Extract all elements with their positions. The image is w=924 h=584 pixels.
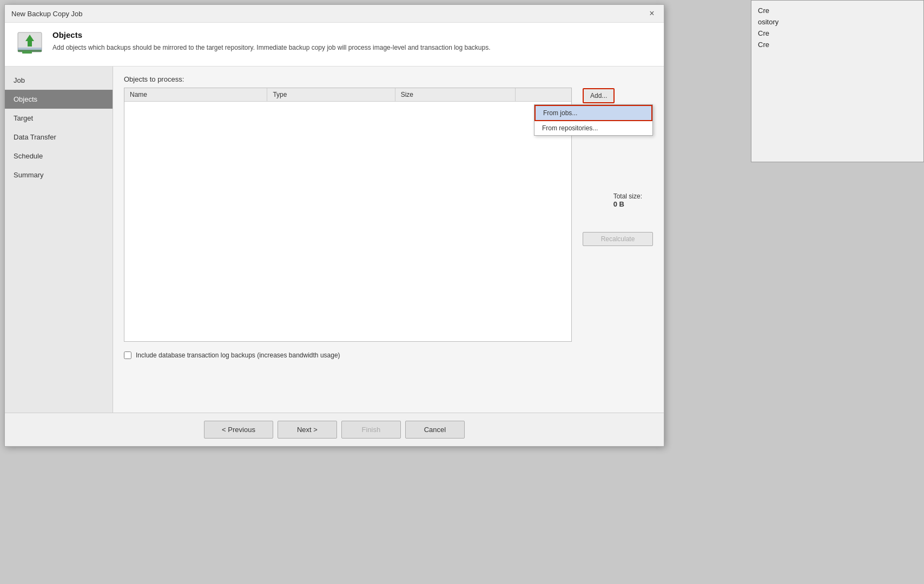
header-description: Add objects which backups should be mirr…	[52, 43, 491, 52]
next-button[interactable]: Next >	[278, 421, 337, 439]
total-size-area: Total size: 0 B	[613, 193, 642, 208]
include-logs-label: Include database transaction log backups…	[136, 351, 340, 359]
dialog: New Backup Copy Job × Objects Add object…	[4, 4, 664, 447]
bg-item-3: Cre	[758, 28, 917, 39]
right-buttons-panel: Add... From jobs... From repositories...…	[583, 88, 653, 246]
cancel-button[interactable]: Cancel	[405, 421, 465, 439]
header-icon	[16, 30, 44, 58]
col-header-type: Type	[267, 88, 395, 102]
backup-icon	[16, 30, 44, 58]
bg-item-2: ository	[758, 16, 917, 28]
finish-button[interactable]: Finish	[341, 421, 401, 439]
sidebar-item-data-transfer[interactable]: Data Transfer	[5, 128, 113, 147]
sidebar-item-summary[interactable]: Summary	[5, 165, 113, 184]
col-header-size: Size	[395, 88, 516, 102]
header-text: Objects Add objects which backups should…	[52, 30, 491, 52]
sidebar: Job Objects Target Data Transfer Schedul…	[5, 67, 113, 413]
content-area: Objects to process: Name Type Size	[113, 67, 664, 413]
background-window: Cre ository Cre Cre	[751, 0, 924, 162]
total-size-label: Total size:	[613, 193, 642, 200]
add-dropdown-menu: From jobs... From repositories...	[534, 104, 653, 136]
sidebar-item-job[interactable]: Job	[5, 71, 113, 90]
titlebar: New Backup Copy Job ×	[5, 5, 664, 23]
objects-table: Name Type Size	[124, 88, 571, 102]
bg-item-4: Cre	[758, 39, 917, 50]
add-button-container: Add... From jobs... From repositories...	[583, 88, 653, 103]
total-size-value: 0 B	[613, 200, 642, 208]
section-title: Objects to process:	[124, 75, 653, 83]
col-header-name: Name	[124, 88, 267, 102]
close-button[interactable]: ×	[646, 8, 657, 19]
dialog-title: New Backup Copy Job	[11, 10, 83, 18]
svg-rect-4	[22, 51, 32, 54]
sidebar-item-target[interactable]: Target	[5, 109, 113, 128]
dialog-header: Objects Add objects which backups should…	[5, 23, 664, 67]
recalculate-button[interactable]: Recalculate	[583, 232, 653, 246]
objects-table-container: Name Type Size	[124, 88, 572, 342]
dropdown-item-from-jobs[interactable]: From jobs...	[534, 105, 652, 121]
dialog-footer: < Previous Next > Finish Cancel	[5, 413, 664, 446]
add-button[interactable]: Add...	[583, 88, 615, 103]
checkbox-area: Include database transaction log backups…	[124, 347, 572, 363]
col-header-extra	[516, 88, 571, 102]
sidebar-item-objects[interactable]: Objects	[5, 90, 113, 109]
sidebar-item-schedule[interactable]: Schedule	[5, 147, 113, 165]
dialog-body: Job Objects Target Data Transfer Schedul…	[5, 67, 664, 413]
header-title: Objects	[52, 30, 491, 39]
previous-button[interactable]: < Previous	[204, 421, 273, 439]
bg-item-1: Cre	[758, 5, 917, 16]
include-logs-checkbox[interactable]	[124, 351, 131, 359]
dropdown-item-from-repositories[interactable]: From repositories...	[534, 121, 652, 135]
